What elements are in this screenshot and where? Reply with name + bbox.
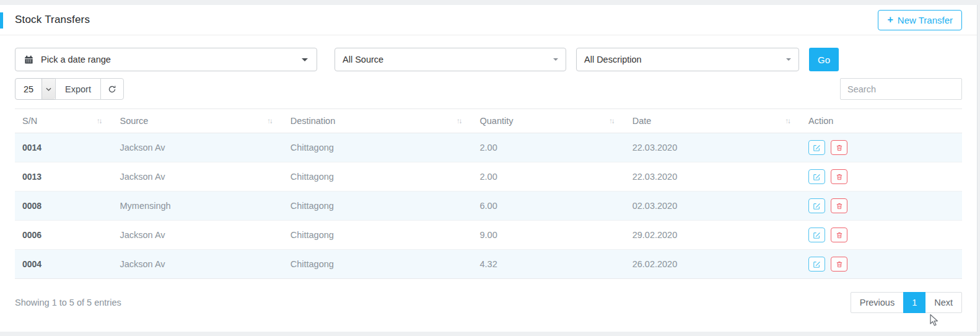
- stock-transfers-card: Stock Transfers + New Transfer Pick a da…: [0, 5, 978, 332]
- caret-down-icon: [553, 58, 558, 61]
- title-accent-bar: [0, 12, 3, 29]
- edit-icon: [813, 173, 821, 181]
- new-transfer-label: New Transfer: [898, 15, 953, 25]
- cell-action: [801, 250, 962, 279]
- cell-sn: 0013: [15, 162, 112, 192]
- go-button[interactable]: Go: [809, 48, 839, 71]
- cell-date: 02.03.2020: [625, 192, 801, 221]
- column-header-sn[interactable]: S/N↑↓: [15, 109, 112, 133]
- description-filter-select[interactable]: All Description: [576, 48, 799, 71]
- table-body: 0014Jackson AvChittagong2.0022.03.202000…: [15, 133, 962, 279]
- cell-sn: 0008: [15, 192, 112, 221]
- search-input[interactable]: [840, 78, 962, 100]
- delete-button[interactable]: [831, 257, 847, 272]
- cell-quantity: 2.00: [473, 133, 625, 162]
- export-button[interactable]: Export: [55, 78, 101, 100]
- edit-icon: [813, 202, 821, 210]
- trash-icon: [836, 202, 843, 210]
- page-title: Stock Transfers: [15, 14, 90, 26]
- edit-button[interactable]: [808, 198, 825, 213]
- sort-icon: ↑↓: [609, 117, 618, 125]
- column-header-quantity[interactable]: Quantity↑↓: [473, 109, 625, 133]
- delete-button[interactable]: [831, 140, 847, 155]
- column-header-destination[interactable]: Destination↑↓: [283, 109, 473, 133]
- cell-quantity: 9.00: [473, 221, 625, 250]
- delete-button[interactable]: [831, 198, 847, 213]
- edit-button[interactable]: [808, 140, 825, 155]
- cell-source: Jackson Av: [112, 221, 282, 250]
- controls-row: 25 Export: [0, 71, 977, 100]
- table-row: 0013Jackson AvChittagong2.0022.03.2020: [15, 162, 962, 192]
- pagination: Previous 1 Next: [851, 292, 962, 313]
- page-length-select[interactable]: 25: [15, 78, 56, 100]
- cell-sn: 0004: [15, 250, 112, 279]
- date-range-value: Pick a date range: [41, 55, 111, 64]
- cell-action: [801, 162, 962, 192]
- table-row: 0014Jackson AvChittagong2.0022.03.2020: [15, 133, 962, 162]
- trash-icon: [836, 260, 843, 268]
- trash-icon: [836, 231, 843, 239]
- column-header-date[interactable]: Date↑↓: [625, 109, 801, 133]
- chevron-down-icon: [42, 79, 55, 99]
- cell-action: [801, 221, 962, 250]
- edit-button[interactable]: [808, 257, 825, 272]
- cell-sn: 0006: [15, 221, 112, 250]
- new-transfer-button[interactable]: + New Transfer: [878, 10, 962, 30]
- delete-button[interactable]: [831, 169, 847, 184]
- cell-sn: 0014: [15, 133, 112, 162]
- cell-date: 22.03.2020: [625, 133, 801, 162]
- cell-destination: Chittagong: [283, 250, 473, 279]
- refresh-button[interactable]: [100, 78, 124, 100]
- description-filter-value: All Description: [584, 55, 642, 64]
- cell-action: [801, 192, 962, 221]
- cell-action: [801, 133, 962, 162]
- caret-down-icon: [302, 58, 308, 61]
- plus-icon: +: [887, 15, 893, 25]
- source-filter-select[interactable]: All Source: [335, 48, 566, 71]
- next-page-button[interactable]: Next: [925, 292, 962, 313]
- page-length-value: 25: [15, 79, 42, 99]
- calendar-icon: [24, 55, 33, 64]
- edit-icon: [813, 144, 821, 152]
- delete-button[interactable]: [831, 228, 847, 242]
- sort-icon: ↑↓: [267, 117, 276, 125]
- edit-button[interactable]: [808, 169, 825, 184]
- transfers-table-wrap: S/N↑↓ Source↑↓ Destination↑↓ Quantity↑↓ …: [0, 100, 977, 279]
- cell-source: Jackson Av: [112, 162, 282, 192]
- trash-icon: [836, 144, 843, 152]
- edit-icon: [813, 231, 821, 239]
- sort-icon: ↑↓: [457, 117, 465, 125]
- entries-summary: Showing 1 to 5 of 5 entries: [15, 298, 121, 307]
- cell-source: Jackson Av: [112, 133, 282, 162]
- previous-page-button[interactable]: Previous: [851, 292, 904, 313]
- table-row: 0006Jackson AvChittagong9.0029.02.2020: [15, 221, 962, 250]
- cell-quantity: 2.00: [473, 162, 625, 192]
- table-row: 0008MymensinghChittagong6.0002.03.2020: [15, 192, 962, 221]
- cell-destination: Chittagong: [283, 192, 473, 221]
- filter-row: Pick a date range All Source All Descrip…: [0, 35, 977, 71]
- cell-source: Mymensingh: [112, 192, 282, 221]
- edit-icon: [813, 260, 821, 268]
- table-header-row: S/N↑↓ Source↑↓ Destination↑↓ Quantity↑↓ …: [15, 109, 962, 133]
- date-range-picker[interactable]: Pick a date range: [15, 48, 317, 71]
- cell-quantity: 6.00: [473, 192, 625, 221]
- card-header: Stock Transfers + New Transfer: [0, 5, 977, 35]
- column-header-source[interactable]: Source↑↓: [112, 109, 282, 133]
- edit-button[interactable]: [808, 228, 825, 242]
- cell-quantity: 4.32: [473, 250, 625, 279]
- cell-destination: Chittagong: [283, 162, 473, 192]
- column-header-action: Action: [801, 109, 962, 133]
- page-number-button[interactable]: 1: [903, 292, 925, 313]
- table-controls-group: 25 Export: [15, 78, 124, 100]
- cell-date: 29.02.2020: [625, 221, 801, 250]
- sort-icon: ↑↓: [785, 117, 794, 125]
- cell-date: 22.03.2020: [625, 162, 801, 192]
- sort-icon: ↑↓: [97, 117, 105, 125]
- cell-destination: Chittagong: [283, 221, 473, 250]
- cell-source: Jackson Av: [112, 250, 282, 279]
- table-row: 0004Jackson AvChittagong4.3226.02.2020: [15, 250, 962, 279]
- transfers-table: S/N↑↓ Source↑↓ Destination↑↓ Quantity↑↓ …: [15, 108, 962, 279]
- caret-down-icon: [786, 58, 791, 61]
- trash-icon: [836, 173, 843, 181]
- source-filter-value: All Source: [343, 55, 383, 64]
